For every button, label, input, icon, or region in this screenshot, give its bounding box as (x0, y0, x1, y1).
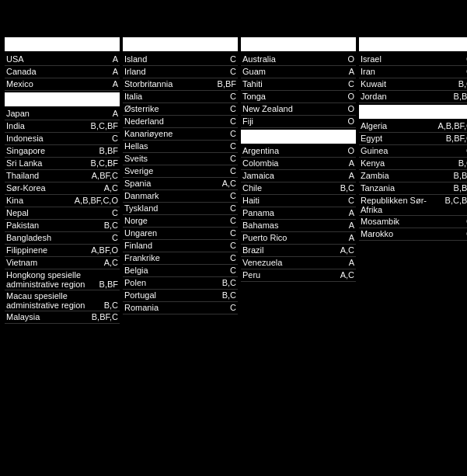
country-name: Mosambik (361, 217, 463, 226)
country-code: C (230, 116, 236, 126)
country-name: Vietnam (6, 258, 101, 267)
country-code: B,BF (99, 280, 118, 289)
list-item: KinaA,B,BF,C,O (5, 195, 120, 207)
country-name: Østerrike (124, 104, 227, 113)
country-name: Italia (124, 92, 227, 101)
list-item: Macau spesielleadministrative regionB,C (5, 290, 120, 311)
list-item: StorbritanniaB,BF (123, 78, 238, 91)
country-code: C (230, 228, 236, 238)
list-item: VietnamA,C (5, 257, 120, 269)
search-input-col1[interactable] (5, 37, 120, 51)
country-code: B,BF (218, 79, 236, 89)
list-item: IndiaB,C,BF (5, 120, 120, 133)
list-item: DanmarkC (123, 190, 238, 203)
list-item: ChileB,C (241, 182, 356, 195)
list-item: PakistanB,C (5, 220, 120, 232)
country-code: A,C (104, 183, 118, 193)
country-name: Kuwait (361, 79, 455, 89)
country-name: Jamaica (242, 171, 346, 180)
country-name: Egypt (361, 134, 443, 143)
country-code: B,C (104, 301, 118, 310)
country-code: C (230, 154, 236, 163)
list-item: PanamaA (241, 207, 356, 220)
inline-search-col4-4[interactable] (359, 105, 467, 119)
country-name: Argentina (242, 146, 344, 155)
country-name: Hongkong spesielle (6, 270, 118, 280)
list-item: VenezuelaA (241, 257, 356, 269)
search-input-col4[interactable] (359, 37, 467, 51)
inline-search-col1-3[interactable] (5, 92, 120, 106)
inline-search-col3-6[interactable] (241, 130, 356, 144)
country-code: A,BF,O (91, 245, 118, 255)
country-name: Norge (124, 216, 227, 225)
list-item: USAA (5, 54, 120, 66)
country-name: Guam (242, 67, 346, 76)
country-code: A,C (222, 179, 236, 188)
country-name: Australia (242, 54, 344, 64)
list-item: SverigeC (123, 165, 238, 178)
country-code: A (349, 158, 354, 168)
country-code: C (230, 67, 236, 76)
country-name-2: administrative region (6, 280, 96, 289)
list-item: MexicoA (5, 78, 120, 91)
list-item: Puerto RicoA (241, 232, 356, 245)
country-code: C (112, 233, 118, 242)
list-item: Sør-KoreaA,C (5, 182, 120, 195)
list-item: FinlandC (123, 240, 238, 252)
country-code: B,C,BF (91, 158, 118, 168)
country-code: C (230, 203, 236, 213)
list-item: TysklandC (123, 203, 238, 215)
list-item: AustraliaO (241, 54, 356, 66)
list-item: IslandC (123, 54, 238, 66)
country-name: Polen (124, 278, 219, 287)
country-code: C (230, 54, 236, 64)
country-name: Storbritannia (124, 79, 214, 89)
list-item: ColombiaA (241, 158, 356, 170)
list-item: HaitiC (241, 195, 356, 207)
country-code: C (230, 253, 236, 262)
list-item: TongaO (241, 91, 356, 103)
country-code: B,C (340, 183, 354, 193)
list-item: JordanB,BF (359, 91, 467, 103)
country-code: O (347, 146, 354, 155)
country-code: A (349, 233, 354, 242)
country-name: Iran (361, 67, 463, 76)
country-code: C (230, 104, 236, 113)
country-code: C (230, 216, 236, 225)
list-item: PortugalB,C (123, 290, 238, 302)
country-name: Nederland (124, 116, 227, 126)
search-input-col3[interactable] (241, 37, 356, 51)
country-name: Guinea (361, 146, 463, 155)
column-col4: IsraelCIranCKuwaitB,CJordanB,BFAlgeriaA,… (359, 37, 467, 324)
country-name: Kanariøyene (124, 129, 227, 138)
country-code: C (230, 303, 236, 312)
country-code: A (349, 67, 354, 76)
country-name: Nepal (6, 208, 109, 217)
country-name: Romania (124, 303, 227, 312)
list-item: BahamasA (241, 220, 356, 232)
country-code: A (113, 79, 118, 89)
country-name: Japan (6, 109, 110, 118)
top-bar (3, 6, 464, 37)
country-code: C (230, 129, 236, 138)
list-item: ArgentinaO (241, 145, 356, 158)
country-name: Macau spesielle (6, 291, 118, 301)
list-item: EgyptB,BF,C (359, 133, 467, 145)
country-name: Brazil (242, 245, 337, 255)
country-name: Mexico (6, 79, 110, 89)
list-item: FilippineneA,BF,O (5, 245, 120, 257)
country-name: Thailand (6, 171, 89, 180)
country-code: B,BF,C (446, 134, 467, 143)
country-name-2: administrative region (6, 301, 101, 310)
list-item: FrankrikeC (123, 252, 238, 265)
country-name: Israel (361, 54, 463, 64)
country-name: Tyskland (124, 203, 227, 213)
country-code: C (112, 134, 118, 143)
country-code: B,C (104, 221, 118, 230)
country-name: Sverige (124, 166, 227, 175)
list-item: SveitsC (123, 153, 238, 165)
country-code: A,BF,C (92, 171, 118, 180)
search-input-col2[interactable] (123, 37, 238, 51)
list-item: MarokkoC (359, 228, 467, 241)
list-item: NepalC (5, 207, 120, 220)
